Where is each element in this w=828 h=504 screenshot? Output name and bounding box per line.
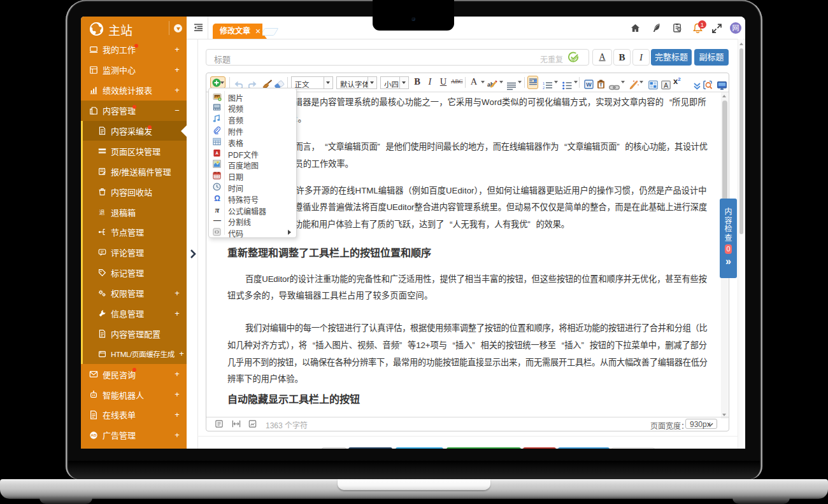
svg-text:A: A xyxy=(664,82,668,89)
svg-text:AD: AD xyxy=(91,433,97,437)
svg-text:2: 2 xyxy=(543,86,545,90)
svg-text:T: T xyxy=(599,83,603,87)
svg-text:W: W xyxy=(586,81,592,88)
svg-text:A: A xyxy=(215,151,218,155)
svg-text:1: 1 xyxy=(543,81,545,85)
